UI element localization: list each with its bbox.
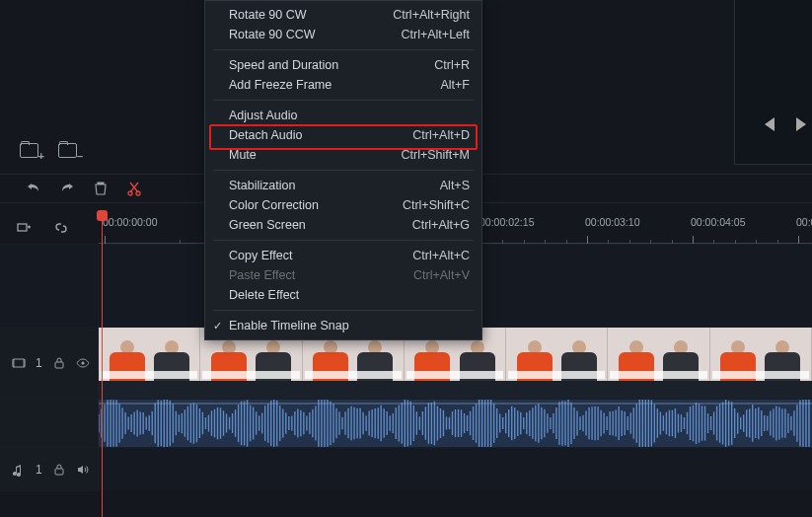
svg-point-0 [128,191,132,195]
menu-item-delete-effect[interactable]: Delete Effect [205,285,481,305]
menu-item-label: Speed and Duration [229,58,338,72]
menu-item-label: Add Freeze Frame [229,78,332,92]
remove-folder-icon[interactable]: – [58,143,77,158]
ruler-label: 00:00:02:15 [480,216,534,228]
menu-item-shortcut: Alt+S [440,179,470,192]
audio-track-index: 1 [36,463,42,477]
ruler-label: 00:0 [796,216,812,228]
clip-thumbnail [608,328,709,381]
menu-item-adjust-audio[interactable]: Adjust Audio [205,106,481,125]
menu-item-label: Green Screen [229,218,306,232]
menu-item-paste-effect: Paste EffectCtrl+Alt+V [205,265,481,285]
svg-rect-4 [13,359,15,367]
audio-clip[interactable] [99,400,812,447]
video-track-index: 1 [36,356,42,370]
menu-item-enable-timeline-snap[interactable]: ✓Enable Timeline Snap [205,316,481,335]
clip-thumbnail [506,328,608,381]
link-button[interactable] [53,220,69,236]
menu-item-label: Mute [229,148,257,162]
ruler-label: 00:00:00:00 [103,216,157,228]
video-track-icon [12,356,26,370]
menu-item-shortcut: Ctrl+Alt+G [412,218,470,232]
prev-frame-button[interactable] [765,117,775,131]
clip-thumbnail [710,328,812,381]
menu-item-rotate-90-cw[interactable]: Rotate 90 CWCtrl+Alt+Right [205,5,481,25]
menu-item-stabilization[interactable]: StabilizationAlt+S [205,176,481,195]
menu-item-label: Rotate 90 CCW [229,28,316,41]
redo-button[interactable] [59,181,75,196]
undo-button[interactable] [26,181,41,196]
menu-item-shortcut: Ctrl+Alt+Left [402,28,470,41]
next-frame-button[interactable] [796,117,806,131]
svg-point-7 [81,361,84,364]
menu-item-label: Stabilization [229,179,295,192]
menu-item-shortcut: Ctrl+Shift+M [402,148,470,162]
cut-button[interactable] [126,181,142,196]
menu-item-detach-audio[interactable]: Detach AudioCtrl+Alt+D [205,125,481,145]
check-icon: ✓ [213,320,222,332]
menu-item-label: Copy Effect [229,249,292,262]
lock-icon[interactable] [52,356,66,370]
audio-track-icon [12,463,26,477]
clip-thumbnail [99,328,200,381]
menu-item-shortcut: Ctrl+R [434,58,470,72]
menu-item-label: Delete Effect [229,288,299,302]
lock-icon[interactable] [52,463,66,477]
menu-item-color-correction[interactable]: Color CorrectionCtrl+Shift+C [205,195,481,215]
menu-item-label: Color Correction [229,198,319,212]
context-menu: Rotate 90 CWCtrl+Alt+RightRotate 90 CCWC… [204,0,482,340]
menu-item-label: Rotate 90 CW [229,8,307,22]
menu-item-label: Enable Timeline Snap [229,319,349,332]
menu-item-shortcut: Alt+F [440,78,470,92]
menu-item-speed-and-duration[interactable]: Speed and DurationCtrl+R [205,55,481,75]
menu-item-label: Adjust Audio [229,109,298,122]
preview-panel [734,0,812,165]
svg-rect-6 [55,362,63,368]
menu-item-shortcut: Ctrl+Shift+C [403,198,470,212]
ruler-label: 00:00:03:10 [585,216,639,228]
ruler-label: 00:00:04:05 [691,216,745,228]
svg-rect-9 [55,469,63,475]
menu-item-shortcut: Ctrl+Alt+D [412,128,470,142]
menu-item-green-screen[interactable]: Green ScreenCtrl+Alt+G [205,215,481,235]
menu-item-shortcut: Ctrl+Alt+C [412,249,470,262]
audio-track-inline [0,399,812,447]
svg-rect-5 [23,359,25,367]
menu-item-shortcut: Ctrl+Alt+Right [393,8,470,22]
menu-item-label: Paste Effect [229,268,295,282]
menu-item-mute[interactable]: MuteCtrl+Shift+M [205,145,481,165]
menu-item-shortcut: Ctrl+Alt+V [413,268,470,282]
menu-item-label: Detach Audio [229,128,302,142]
svg-point-1 [136,191,140,195]
menu-item-rotate-90-ccw[interactable]: Rotate 90 CCWCtrl+Alt+Left [205,25,481,44]
audio-track: 1 [0,447,812,491]
menu-item-add-freeze-frame[interactable]: Add Freeze FrameAlt+F [205,75,481,95]
playhead[interactable] [102,212,103,517]
add-folder-icon[interactable]: + [20,143,38,158]
delete-button[interactable] [93,181,109,196]
menu-item-copy-effect[interactable]: Copy EffectCtrl+Alt+C [205,246,481,265]
speaker-icon[interactable] [76,463,90,477]
svg-rect-2 [18,224,27,231]
add-marker-button[interactable] [16,220,32,236]
eye-icon[interactable] [76,356,90,370]
